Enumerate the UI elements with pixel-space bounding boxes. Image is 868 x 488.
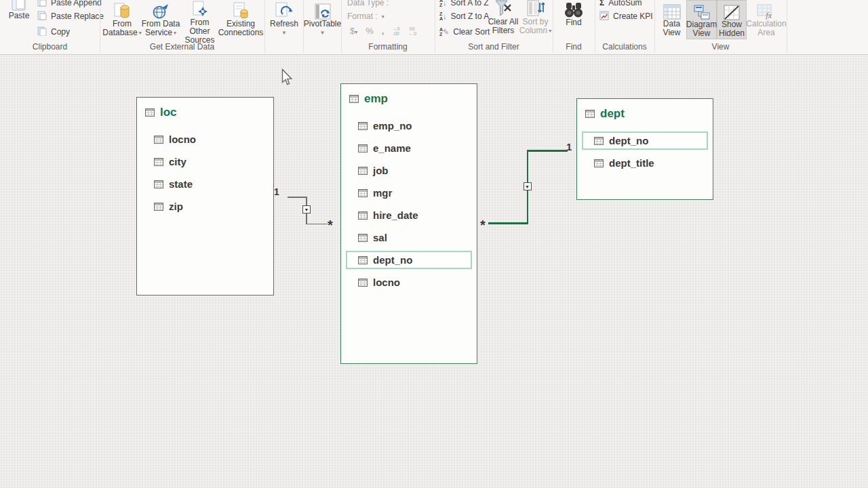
clear-filters-icon [494, 0, 512, 18]
increase-decimal-icon[interactable]: →0.00 [392, 26, 399, 36]
find-button[interactable]: Find [559, 0, 589, 38]
comma-format-button[interactable]: , [382, 26, 384, 36]
decrease-decimal-icon[interactable]: 00→.0 [408, 26, 416, 36]
relationship-arrow-icon[interactable]: ▼ [302, 205, 311, 214]
from-database-button[interactable]: From Database▾ [103, 0, 141, 39]
pivottable-button[interactable]: PivotTable ▼ [304, 0, 341, 39]
diagram-view-button[interactable]: Diagram View [686, 0, 717, 39]
existing-connections-button[interactable]: Existing Connections [219, 0, 262, 39]
mouse-cursor-icon [280, 68, 294, 89]
field-row-sal[interactable]: sal [346, 228, 472, 247]
clear-all-filters-button[interactable]: Clear All Filters [486, 0, 521, 37]
relationship-line[interactable] [288, 197, 307, 198]
relationship-arrow-icon[interactable]: ▼ [524, 182, 532, 190]
create-kpi-button[interactable]: Create KPI [599, 9, 653, 23]
field-row-locno[interactable]: locno [142, 130, 269, 148]
field-row-locno[interactable]: locno [346, 273, 472, 291]
table-loc-header[interactable]: loc [137, 98, 273, 121]
data-view-icon [663, 1, 681, 20]
autosum-button[interactable]: Σ AutoSum [599, 0, 642, 9]
relationship-line[interactable] [488, 222, 528, 224]
relationship-line[interactable] [527, 150, 568, 152]
column-icon [154, 203, 163, 211]
percent-format-button[interactable]: % [366, 26, 374, 36]
data-type-label: Data Type : [347, 0, 389, 9]
field-row-hire-date[interactable]: hire_date [346, 206, 472, 224]
diagram-canvas[interactable]: loc locno city state zip emp emp_no e_na… [0, 55, 868, 488]
sort-a-to-z-button[interactable]: AZ↓ Sort A to Z [439, 0, 489, 9]
table-emp-header[interactable]: emp [341, 84, 477, 107]
relationship-line[interactable] [306, 224, 328, 225]
from-other-sources-button[interactable]: From Other Sources [180, 0, 219, 39]
column-icon [358, 167, 368, 175]
currency-format-button[interactable]: $▾ [350, 26, 357, 36]
show-hidden-button[interactable]: Show Hidden [717, 0, 747, 39]
field-row-mgr[interactable]: mgr [346, 184, 472, 202]
dropdown-icon: ▼ [320, 28, 326, 37]
other-sources-icon [192, 1, 208, 18]
relationship-many-label: * [480, 218, 486, 233]
show-hidden-icon [724, 1, 740, 20]
field-row-zip[interactable]: zip [142, 197, 269, 216]
field-row-emp-no[interactable]: emp_no [346, 117, 472, 135]
table-loc[interactable]: loc locno city state zip [136, 97, 274, 296]
table-dept-header[interactable]: dept [577, 99, 713, 122]
table-icon [585, 110, 595, 118]
table-dept[interactable]: dept dept_no dept_title [576, 98, 713, 200]
calculation-area-button[interactable]: fx Calculation Area [747, 0, 786, 39]
sort-az-icon: AZ↓ [439, 0, 447, 7]
diagram-view-icon [693, 1, 711, 20]
table-emp[interactable]: emp emp_no e_name job mgr hire_date sal … [340, 83, 477, 364]
formatting-group-label: Formatting [341, 42, 435, 52]
column-icon [358, 122, 368, 130]
group-separator [264, 0, 265, 53]
sort-z-to-a-button[interactable]: ZA↓ Sort Z to A [439, 9, 489, 23]
dropdown-icon: ▾ [549, 26, 551, 35]
dropdown-icon: ▾ [174, 28, 176, 37]
copy-button[interactable]: Copy [37, 25, 70, 39]
clear-sort-button[interactable]: AZ✎ Clear Sort [439, 25, 490, 39]
data-view-button[interactable]: Data View [657, 0, 686, 39]
paste-button[interactable]: Paste [4, 0, 34, 28]
from-data-service-button[interactable]: From Data Service▾ [141, 0, 180, 39]
column-icon [594, 159, 604, 167]
pivottable-icon [315, 1, 331, 20]
column-icon [358, 189, 368, 197]
paste-append-button[interactable]: Paste Append [37, 0, 102, 9]
paste-replace-icon [37, 11, 47, 22]
sort-za-icon: ZA↓ [439, 12, 447, 21]
refresh-icon [275, 1, 293, 20]
field-row-job[interactable]: job [346, 161, 472, 180]
calculation-area-icon: fx [757, 1, 776, 20]
field-row-state[interactable]: state [142, 175, 269, 193]
table-icon [145, 108, 155, 117]
sort-and-filter-group-label: Sort and Filter [435, 42, 553, 52]
column-icon [358, 279, 368, 287]
field-row-e-name[interactable]: e_name [346, 139, 472, 157]
clear-sort-icon: AZ✎ [439, 27, 449, 37]
dropdown-icon: ▾ [382, 14, 384, 20]
paste-replace-button[interactable]: Paste Replace [37, 9, 104, 23]
autosum-icon: Σ [599, 0, 604, 7]
find-icon [564, 0, 584, 18]
relationship-one-label: 1 [566, 141, 572, 152]
format-dropdown[interactable]: Format : ▾ [347, 9, 384, 23]
column-icon [154, 180, 163, 188]
existing-connections-icon [233, 1, 249, 20]
data-service-icon [152, 1, 170, 20]
ribbon: Paste Paste Append Paste Replace Copy Cl… [0, 0, 868, 55]
relationship-one-label: 1 [274, 186, 279, 197]
dropdown-icon: ▼ [281, 28, 287, 37]
field-row-dept-title[interactable]: dept_title [582, 154, 708, 172]
database-icon [114, 1, 130, 20]
column-icon [358, 234, 368, 242]
field-row-dept-no[interactable]: dept_no [582, 131, 708, 150]
field-row-city[interactable]: city [142, 152, 269, 171]
relationship-many-label: * [328, 218, 333, 233]
dropdown-icon: ▾ [355, 29, 357, 35]
table-icon [349, 95, 359, 103]
sort-by-column-button[interactable]: Sort by Column▾ [519, 0, 551, 37]
column-icon [154, 158, 163, 166]
field-row-dept-no[interactable]: dept_no [346, 251, 472, 269]
refresh-button[interactable]: Refresh ▼ [266, 0, 302, 39]
